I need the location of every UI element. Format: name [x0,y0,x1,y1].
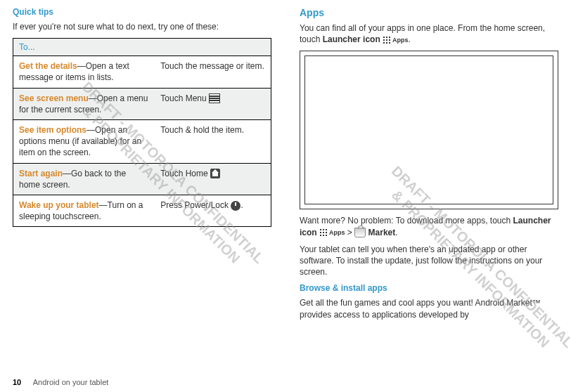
screenshot-placeholder [304,55,553,204]
tip-action-suffix: . [240,200,243,210]
tip-term: See item options [19,125,86,135]
page-footer: 10 Android on your tablet [13,378,108,386]
home-icon [210,169,220,178]
table-row: Start again—Go back to the home screen. … [13,163,271,195]
wantmore-end: . [395,228,397,237]
tip-action-prefix: Press Power/Lock [160,200,231,210]
table-row: See screen menu—Open a menu for the curr… [13,88,271,119]
launcher-icon [319,228,328,237]
left-column: Quick tips If ever you're not sure what … [13,7,271,392]
right-column: Apps You can find all of your apps in on… [300,7,558,392]
browse-text: Get all the fun games and cool apps you … [300,297,558,320]
intro-end: . [409,34,411,44]
tip-action: Touch & hold the item. [155,119,271,163]
table-row: Wake up your tablet—Turn on a sleeping t… [13,195,271,226]
table-row: See item options—Open an options menu (i… [13,119,271,163]
menu-icon [209,93,220,103]
tip-action-prefix: Touch Menu [160,93,209,103]
tip-term: Wake up your tablet [19,200,99,210]
footer-title: Android on your tablet [33,378,109,386]
quick-tips-heading: Quick tips [13,7,271,17]
tip-action-prefix: Touch Home [160,169,210,178]
power-icon [231,201,240,211]
screenshot-frame [300,51,558,209]
tips-table: To... Get the details—Open a text messag… [13,38,271,227]
browse-heading: Browse & install apps [300,283,558,293]
quick-tips-intro: If ever you're not sure what to do next,… [13,21,271,32]
apps-heading: Apps [300,7,558,18]
tip-term: See screen menu [19,93,89,103]
table-row: Get the details—Open a text message or i… [13,56,271,88]
tip-term: Start again [19,169,63,178]
table-header: To... [13,39,271,56]
apps-badge: Apps [328,228,345,237]
tip-term: Get the details [19,61,77,71]
table-header-row: To... [13,39,271,56]
apps-intro: You can find all of your apps in one pla… [300,22,558,45]
want-more-text: Want more? No problem: To download more … [300,215,558,237]
market-label: Market [368,228,396,237]
document-page: Quick tips If ever you're not sure what … [0,0,571,392]
update-text: Your tablet can tell you when there's an… [300,244,558,278]
market-icon [354,228,366,237]
page-number: 10 [13,378,21,386]
launcher-icon-label: Launcher icon [323,34,380,44]
apps-badge: Apps [391,36,409,44]
wantmore-prefix: Want more? No problem: To download more … [300,216,513,226]
wantmore-gt: > [345,228,355,237]
tip-action: Touch the message or item. [155,56,271,88]
launcher-icon [383,36,391,44]
